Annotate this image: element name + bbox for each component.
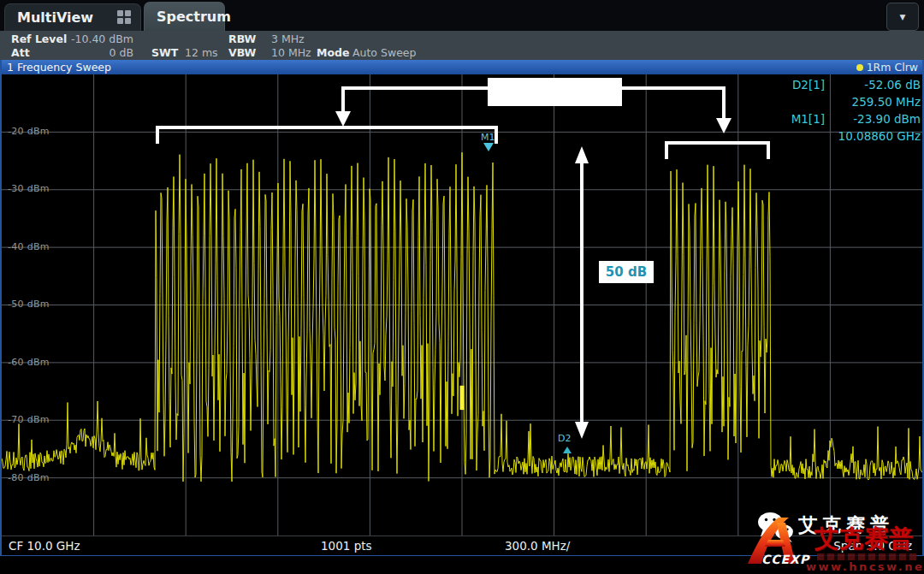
plot-area: -20 dBm -30 dBm -40 dBm -50 dBm -60 dBm … bbox=[2, 74, 922, 536]
sweep-footer-bar: CF 10.0 GHz 1001 pts 300.0 MHz/ Span 3.0… bbox=[2, 536, 922, 555]
window-title-bar[interactable]: 1 Frequency Sweep 1Rm Clrw bbox=[2, 60, 922, 74]
y-axis-label: -60 dBm bbox=[8, 357, 50, 368]
blank-callout-box bbox=[488, 78, 622, 106]
m1-marker-label: M1 bbox=[481, 132, 495, 143]
trace-mode-label: 1Rm Clrw bbox=[867, 61, 918, 74]
span-field[interactable]: Span 3.0 GHz bbox=[833, 539, 912, 553]
marker-row-m1[interactable]: M1[1] -23.90 dBm bbox=[655, 110, 921, 127]
swt-label: SWT bbox=[151, 46, 178, 59]
watermark-url: www.hncsw.net bbox=[806, 560, 924, 573]
ref-level-value[interactable]: -10.40 dBm bbox=[51, 33, 133, 45]
tab-multiview-label: MultiView bbox=[17, 9, 93, 26]
per-division-field[interactable]: 300.0 MHz/ bbox=[505, 539, 570, 553]
marker-label: M1[1] bbox=[791, 110, 825, 127]
center-frequency-field[interactable]: CF 10.0 GHz bbox=[9, 539, 80, 553]
y-axis-label: -20 dBm bbox=[8, 126, 50, 137]
marker-row-d2[interactable]: D2[1] -52.06 dB bbox=[655, 76, 921, 93]
y-axis-label: -40 dBm bbox=[8, 241, 50, 252]
tab-spectrum-label: Spectrum bbox=[157, 9, 231, 25]
d2-marker-label: D2 bbox=[558, 433, 571, 444]
tab-spectrum[interactable]: Spectrum bbox=[144, 2, 225, 31]
att-label: Att bbox=[11, 46, 30, 59]
marker-value: -52.06 dB bbox=[825, 76, 921, 93]
delta-level-label: 50 dB bbox=[599, 261, 654, 283]
chevron-down-icon: ▼ bbox=[900, 13, 906, 21]
trace-mode-badge[interactable]: 1Rm Clrw bbox=[856, 61, 918, 74]
spectrum-analyzer-screen: MultiView Spectrum ▼ Ref Level -10.40 dB… bbox=[0, 0, 924, 574]
marker-value: -23.90 dBm bbox=[825, 110, 921, 127]
marker-readout-panel: D2[1] -52.06 dB 259.50 MHz M1[1] -23.90 … bbox=[655, 76, 921, 145]
window-title: 1 Frequency Sweep bbox=[7, 61, 111, 74]
rbw-label: RBW bbox=[228, 33, 256, 45]
settings-bar: Ref Level -10.40 dBm Att 0 dB SWT 12 ms … bbox=[0, 31, 924, 60]
swt-value[interactable]: 12 ms bbox=[185, 46, 218, 59]
trace-color-dot-icon bbox=[856, 64, 863, 71]
y-axis-label: -70 dBm bbox=[8, 414, 50, 425]
vbw-value[interactable]: 10 MHz bbox=[271, 46, 311, 59]
marker-value: 259.50 MHz bbox=[825, 93, 921, 110]
m1-marker-icon[interactable] bbox=[483, 143, 494, 151]
marker-row-d2-freq[interactable]: 259.50 MHz bbox=[655, 93, 921, 110]
sweep-points-field[interactable]: 1001 pts bbox=[321, 539, 372, 553]
vbw-label: VBW bbox=[228, 46, 256, 59]
marker-value: 10.08860 GHz bbox=[825, 127, 921, 145]
multiview-grid-icon bbox=[117, 10, 132, 25]
tab-multiview[interactable]: MultiView bbox=[4, 3, 141, 31]
cf-trace-highlight bbox=[460, 386, 465, 410]
y-axis-label: -50 dBm bbox=[8, 299, 50, 310]
y-axis-label: -80 dBm bbox=[8, 472, 50, 483]
marker-label: D2[1] bbox=[792, 76, 825, 93]
mode-value[interactable]: Auto Sweep bbox=[352, 46, 416, 59]
tab-bar: MultiView Spectrum ▼ bbox=[0, 0, 924, 31]
d2-marker-icon[interactable] bbox=[563, 447, 572, 453]
window-dropdown-button[interactable]: ▼ bbox=[886, 3, 919, 31]
rbw-value[interactable]: 3 MHz bbox=[271, 33, 305, 45]
y-axis-label: -30 dBm bbox=[8, 183, 50, 194]
frequency-sweep-window: 1 Frequency Sweep 1Rm Clrw -20 dBm -30 d… bbox=[0, 60, 924, 556]
marker-row-m1-freq[interactable]: 10.08860 GHz bbox=[655, 127, 921, 145]
att-value[interactable]: 0 dB bbox=[51, 46, 133, 59]
mode-label: Mode bbox=[317, 46, 349, 59]
